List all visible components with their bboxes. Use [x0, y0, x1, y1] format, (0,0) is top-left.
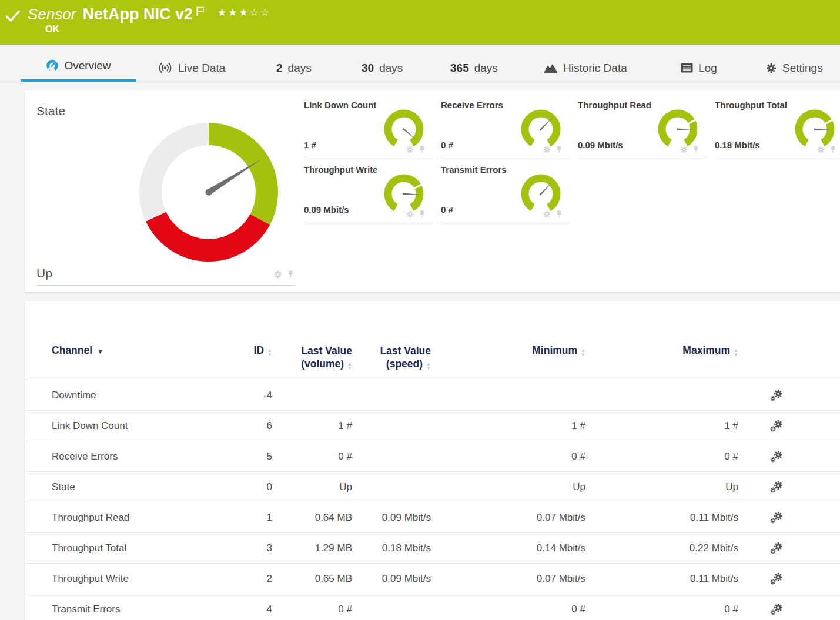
minimum-value: 0.07 Mbit/s [431, 573, 585, 585]
tab-live-data[interactable]: Live Data [158, 54, 225, 82]
column-header-maximum[interactable]: Maximum▲▼ [585, 344, 738, 357]
pin-icon[interactable] [692, 146, 700, 154]
gear-icon [765, 62, 777, 74]
gauge-value: 0.09 Mbit/s [304, 205, 349, 215]
last-value-volume: 1 # [272, 420, 352, 432]
table-row: Downtime -4 [25, 380, 840, 411]
channel-id: 6 [246, 420, 272, 432]
state-donut-gauge [132, 116, 285, 269]
object-kind-label: Sensor [28, 4, 76, 24]
table-row: Link Down Count 6 1 # 1 # 1 # [25, 411, 840, 441]
sort-icons[interactable]: ▲▼ [581, 349, 585, 357]
channel-settings-gears-icon[interactable] [769, 388, 785, 403]
mini-gauge [794, 109, 836, 150]
gauge-title: Link Down Count [304, 100, 376, 110]
channel-settings-gears-icon[interactable] [769, 602, 785, 616]
maximum-value: 0 # [585, 604, 738, 615]
gauge-value: 0 # [441, 140, 453, 150]
last-value-volume: 1.29 MB [272, 542, 352, 554]
gauge-settings-gear-icon[interactable] [406, 210, 414, 219]
column-header-id[interactable]: ID▲▼ [246, 344, 272, 357]
tab-2-days[interactable]: 2 days [276, 54, 312, 82]
channel-table-panel: Channel▼ ID▲▼ Last Value(volume)▲▼ Last … [25, 301, 840, 620]
gauge-card-throughput-write: Throughput Write 0.09 Mbit/s [304, 165, 433, 222]
state-gauge-card: State Up [36, 96, 296, 286]
gauge-needle [540, 182, 554, 196]
table-row: Throughput Write 2 0.65 MB 0.09 Mbit/s 0… [25, 564, 840, 594]
gauge-card-transmit-errors: Transmit Errors 0 # [441, 165, 570, 222]
maximum-value: 1 # [585, 420, 738, 432]
tab-settings[interactable]: Settings [765, 54, 823, 82]
minimum-value: 0 # [431, 604, 585, 615]
priority-stars[interactable]: ★★★☆☆ [217, 6, 271, 19]
pin-icon[interactable] [555, 210, 563, 219]
channel-name: Throughput Total [52, 542, 246, 554]
channel-settings-gears-icon[interactable] [769, 419, 785, 433]
gauge-icon [46, 59, 59, 72]
sort-icons[interactable]: ▲▼ [426, 363, 431, 370]
sort-desc-icon[interactable]: ▼ [97, 348, 103, 355]
tab-365-days[interactable]: 365 days [450, 54, 498, 82]
gauge-settings-gear-icon[interactable] [543, 145, 551, 154]
broadcast-icon [158, 62, 173, 73]
pin-icon[interactable] [555, 146, 563, 154]
gauge-card-throughput-total: Throughput Total 0.18 Mbit/s [715, 100, 840, 157]
tab-historic-data[interactable]: Historic Data [544, 54, 627, 82]
gauge-settings-gear-icon[interactable] [816, 145, 825, 154]
pin-icon[interactable] [829, 146, 836, 154]
channel-id: 0 [246, 481, 272, 493]
gauge-title: State [36, 104, 65, 118]
last-value-volume: 0.65 MB [272, 573, 352, 585]
channel-id: 2 [246, 573, 272, 585]
tab-30-days[interactable]: 30 days [362, 54, 403, 82]
last-value-volume: 0.64 MB [272, 512, 352, 524]
channel-id: 1 [246, 512, 272, 524]
gauge-title: Receive Errors [441, 100, 503, 110]
column-header-last-value-speed[interactable]: Last Value(speed)▲▼ [352, 344, 431, 370]
gauge-settings-gear-icon[interactable] [680, 145, 688, 154]
channel-settings-gears-icon[interactable] [769, 511, 785, 525]
minimum-value: 0.07 Mbit/s [431, 512, 585, 524]
gauge-settings-gear-icon[interactable] [273, 270, 283, 279]
sort-icons[interactable]: ▲▼ [347, 363, 352, 370]
maximum-value: Up [585, 481, 738, 493]
channel-id: 5 [246, 451, 272, 463]
gauge-card-receive-errors: Receive Errors 0 # [441, 100, 570, 157]
flag-icon[interactable] [196, 6, 205, 16]
channel-name: State [52, 481, 246, 493]
sort-icons[interactable]: ▲▼ [267, 349, 272, 357]
maximum-value: 0 # [585, 451, 738, 463]
channel-settings-gears-icon[interactable] [769, 450, 785, 464]
pin-icon[interactable] [287, 270, 294, 279]
gauge-title: Transmit Errors [441, 165, 507, 175]
gauge-value: 0.09 Mbit/s [578, 140, 623, 150]
column-header-last-value-volume[interactable]: Last Value(volume)▲▼ [272, 344, 352, 370]
gauge-value: 0 # [441, 205, 453, 215]
pin-icon[interactable] [419, 210, 426, 219]
gauge-settings-gear-icon[interactable] [406, 145, 414, 154]
gauge-settings-gear-icon[interactable] [543, 210, 551, 219]
channel-settings-gears-icon[interactable] [769, 541, 785, 555]
channel-settings-gears-icon[interactable] [769, 480, 785, 494]
tab-log[interactable]: Log [681, 54, 717, 82]
check-icon [6, 10, 20, 23]
last-value-volume: 0 # [272, 451, 352, 463]
tab-label: Live Data [178, 62, 225, 75]
gauges-panel: State Up Link Down Count 1 # [25, 90, 840, 292]
last-value-volume: 0 # [272, 604, 352, 615]
column-header-minimum[interactable]: Minimum▲▼ [431, 344, 585, 357]
minimum-value: 0 # [431, 451, 585, 463]
column-header-channel[interactable]: Channel▼ [52, 344, 246, 357]
mini-gauge-grid: Link Down Count 1 # Receive Errors 0 # [304, 100, 840, 222]
mini-gauge [383, 109, 425, 150]
gauge-value: Up [36, 266, 52, 280]
pin-icon[interactable] [419, 146, 426, 154]
tab-label: days [379, 62, 403, 75]
sort-icons[interactable]: ▲▼ [734, 349, 738, 357]
tab-label: days [474, 62, 498, 75]
maximum-value: 0.11 Mbit/s [585, 512, 738, 524]
channel-settings-gears-icon[interactable] [769, 572, 785, 586]
table-row: Transmit Errors 4 0 # 0 # 0 # [25, 594, 840, 620]
mini-gauge [520, 174, 562, 215]
tab-overview[interactable]: Overview [21, 52, 136, 82]
